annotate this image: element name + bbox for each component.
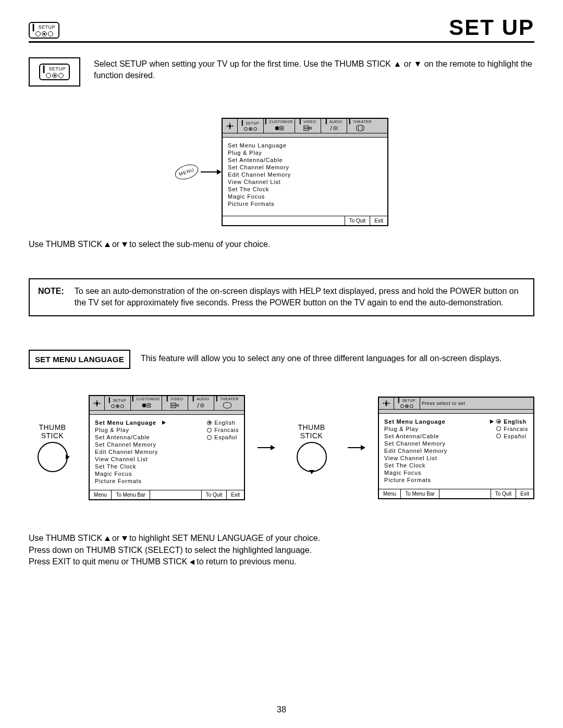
menu-item: Set Menu Language	[228, 142, 287, 149]
osd-main: ▎SETUP ▎CUSTOMIZE ▎VIDEO ▎AUDIO ▎THEATER	[222, 118, 388, 226]
svg-rect-6	[309, 127, 311, 129]
language-heading-box: SET MENU LANGUAGE	[29, 350, 130, 369]
svg-rect-19	[176, 404, 178, 406]
svg-rect-18	[170, 406, 175, 408]
osd-tab-nav	[223, 119, 238, 133]
menu-item: View Channel List	[228, 179, 280, 185]
page-header: ▎SETUP SET UP	[29, 17, 534, 43]
svg-point-13	[95, 402, 98, 404]
intro-setup-label: SETUP	[49, 67, 66, 71]
setup-icon: ▎SETUP	[29, 22, 59, 39]
menu-item: Set Antenna/Cable	[228, 157, 283, 163]
thumb-stick-right: THUMB STICK	[29, 423, 76, 472]
page-title: SET UP	[449, 17, 534, 39]
svg-point-0	[228, 125, 231, 127]
svg-point-21	[202, 405, 203, 406]
note-label: NOTE:	[38, 286, 64, 308]
menu-item: Magic Focus	[228, 193, 265, 200]
menu-item: Plug & Play	[228, 150, 262, 156]
intro-icon-box: ▎SETUP	[29, 57, 80, 87]
footer-exit: Exit	[370, 216, 387, 225]
footer-quit: To Quit	[345, 216, 371, 225]
osd-language-step2: ▎SETUP Press select to set Set Menu Lang…	[378, 397, 534, 499]
setup-icon-label: SETUP	[39, 25, 56, 30]
note-text: To see an auto-demonstration of the on-s…	[75, 286, 525, 308]
svg-rect-3	[279, 129, 284, 130]
osd-footer: To Quit Exit	[223, 216, 387, 225]
intro-text: Select SETUP when setting your TV up for…	[94, 57, 534, 81]
svg-rect-5	[303, 129, 308, 131]
main-osd-diagram: MENU ▎SETUP ▎CUSTOMIZE ▎VIDEO	[29, 118, 534, 226]
thumb-stick-down: THUMB STICK	[288, 423, 335, 472]
arrow-icon	[201, 171, 221, 172]
menu-button-icon: MENU	[173, 162, 200, 182]
osd-tab-customize: ▎CUSTOMIZE	[264, 119, 295, 133]
thumb-circle-icon	[297, 442, 327, 472]
svg-rect-17	[170, 403, 175, 405]
language-description: This feature will allow you to select an…	[141, 350, 502, 363]
menu-item: Set Channel Memory	[228, 164, 289, 170]
language-diagrams: THUMB STICK ▎SETUP ▎CUSTOMIZE ▎VIDEO ▎AU…	[29, 395, 534, 500]
osd-menu-list: Set Menu Language Plug & Play Set Antenn…	[223, 138, 387, 216]
osd-tab-setup: ▎SETUP	[238, 119, 264, 133]
svg-point-1	[275, 126, 278, 130]
svg-rect-15	[146, 404, 151, 405]
svg-point-22	[385, 402, 387, 404]
flow-arrow	[348, 447, 365, 448]
osd-tab-theater: ▎THEATER	[347, 119, 373, 133]
osd-tab-audio: ▎AUDIO	[321, 119, 347, 133]
page-number: 38	[0, 705, 563, 714]
svg-rect-4	[303, 126, 308, 128]
svg-rect-2	[279, 126, 284, 128]
osd-hint-text: Press select to set	[422, 401, 465, 406]
menu-item: Set The Clock	[228, 186, 269, 192]
osd-tab-video: ▎VIDEO	[295, 119, 321, 133]
svg-rect-16	[146, 406, 151, 408]
menu-item: Edit Channel Memory	[228, 171, 291, 178]
osd-tab-bar: ▎SETUP ▎CUSTOMIZE ▎VIDEO ▎AUDIO ▎THEATER	[223, 119, 387, 133]
menu-item: Picture Formats	[228, 201, 275, 207]
language-section-header: SET MENU LANGUAGE This feature will allo…	[29, 350, 534, 369]
submenu-instruction: Use THUMB STICK or to select the sub-men…	[29, 240, 534, 249]
bottom-instructions: Use THUMB STICK or to highlight SET MENU…	[29, 533, 534, 567]
osd-language-step1: ▎SETUP ▎CUSTOMIZE ▎VIDEO ▎AUDIO ▎THEATER…	[89, 395, 245, 500]
intro-section: ▎SETUP Select SETUP when setting your TV…	[29, 57, 534, 87]
flow-arrow	[258, 447, 275, 448]
thumb-circle-icon	[38, 442, 68, 472]
page-content: ▎SETUP SET UP ▎SETUP Select SETUP when s…	[29, 17, 534, 567]
instruction-line: Press down on THUMB STICK (SELECT) to se…	[29, 545, 534, 556]
svg-point-10	[335, 128, 336, 129]
note-box: NOTE: To see an auto-demonstration of th…	[29, 278, 534, 316]
svg-point-14	[142, 404, 145, 408]
